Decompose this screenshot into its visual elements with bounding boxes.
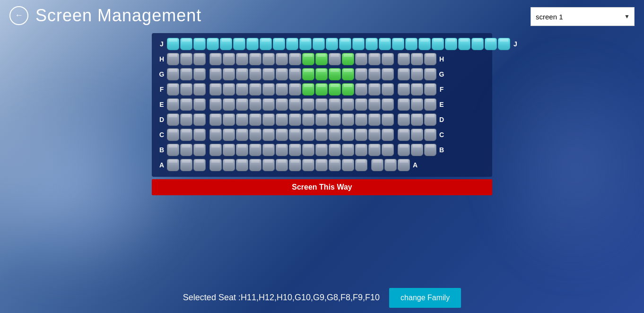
seat[interactable] bbox=[382, 144, 394, 156]
seat[interactable] bbox=[262, 144, 275, 156]
seat[interactable] bbox=[329, 98, 341, 111]
seat[interactable] bbox=[398, 159, 410, 171]
seat[interactable] bbox=[411, 53, 423, 65]
seat[interactable] bbox=[180, 159, 192, 171]
seat[interactable] bbox=[262, 113, 275, 126]
seat[interactable] bbox=[220, 38, 232, 50]
seat[interactable] bbox=[209, 68, 222, 80]
seat[interactable] bbox=[209, 98, 222, 111]
seat[interactable] bbox=[289, 159, 301, 171]
seat[interactable] bbox=[382, 53, 394, 65]
seat[interactable] bbox=[167, 113, 179, 126]
seat[interactable] bbox=[339, 38, 351, 50]
seat[interactable] bbox=[236, 113, 248, 126]
seat[interactable] bbox=[167, 144, 179, 156]
seat[interactable] bbox=[382, 83, 394, 96]
seat[interactable] bbox=[424, 53, 436, 65]
seat[interactable] bbox=[315, 144, 328, 156]
seat[interactable] bbox=[262, 159, 275, 171]
seat[interactable] bbox=[302, 83, 314, 96]
seat[interactable] bbox=[302, 113, 314, 126]
seat[interactable] bbox=[355, 129, 367, 141]
seat[interactable] bbox=[233, 38, 245, 50]
seat[interactable] bbox=[167, 159, 179, 171]
seat[interactable] bbox=[249, 144, 261, 156]
seat[interactable] bbox=[382, 98, 394, 111]
seat[interactable] bbox=[262, 129, 275, 141]
seat[interactable] bbox=[236, 68, 248, 80]
seat[interactable] bbox=[424, 129, 436, 141]
seat[interactable] bbox=[405, 38, 418, 50]
seat[interactable] bbox=[411, 129, 423, 141]
seat[interactable] bbox=[249, 83, 261, 96]
seat[interactable] bbox=[342, 159, 354, 171]
seat[interactable] bbox=[249, 129, 261, 141]
seat[interactable] bbox=[302, 129, 314, 141]
seat[interactable] bbox=[398, 83, 410, 96]
seat[interactable] bbox=[398, 129, 410, 141]
seat[interactable] bbox=[392, 38, 404, 50]
seat[interactable] bbox=[355, 113, 367, 126]
seat[interactable] bbox=[411, 98, 423, 111]
seat[interactable] bbox=[424, 144, 436, 156]
seat[interactable] bbox=[355, 144, 367, 156]
seat[interactable] bbox=[276, 159, 288, 171]
seat[interactable] bbox=[193, 129, 206, 141]
seat[interactable] bbox=[424, 83, 436, 96]
seat[interactable] bbox=[313, 38, 325, 50]
seat[interactable] bbox=[326, 38, 338, 50]
seat[interactable] bbox=[223, 83, 235, 96]
seat[interactable] bbox=[352, 38, 365, 50]
seat[interactable] bbox=[209, 113, 222, 126]
seat[interactable] bbox=[471, 38, 484, 50]
seat[interactable] bbox=[368, 129, 381, 141]
back-button[interactable]: ← bbox=[9, 6, 28, 25]
seat[interactable] bbox=[223, 98, 235, 111]
seat[interactable] bbox=[424, 98, 436, 111]
seat[interactable] bbox=[485, 38, 497, 50]
seat[interactable] bbox=[398, 68, 410, 80]
seat[interactable] bbox=[180, 113, 192, 126]
seat[interactable] bbox=[342, 83, 354, 96]
seat[interactable] bbox=[276, 83, 288, 96]
seat[interactable] bbox=[223, 68, 235, 80]
seat[interactable] bbox=[167, 38, 179, 50]
seat[interactable] bbox=[180, 38, 192, 50]
seat[interactable] bbox=[167, 68, 179, 80]
seat[interactable] bbox=[342, 129, 354, 141]
seat[interactable] bbox=[355, 83, 367, 96]
seat[interactable] bbox=[384, 159, 397, 171]
seat[interactable] bbox=[223, 53, 235, 65]
seat[interactable] bbox=[223, 113, 235, 126]
seat[interactable] bbox=[180, 68, 192, 80]
seat[interactable] bbox=[398, 144, 410, 156]
seat[interactable] bbox=[355, 53, 367, 65]
seat[interactable] bbox=[342, 144, 354, 156]
seat[interactable] bbox=[180, 83, 192, 96]
seat[interactable] bbox=[249, 113, 261, 126]
seat[interactable] bbox=[355, 98, 367, 111]
seat[interactable] bbox=[411, 68, 423, 80]
seat[interactable] bbox=[424, 113, 436, 126]
seat[interactable] bbox=[445, 38, 457, 50]
seat[interactable] bbox=[223, 144, 235, 156]
seat[interactable] bbox=[329, 113, 341, 126]
seat[interactable] bbox=[276, 129, 288, 141]
seat[interactable] bbox=[209, 159, 222, 171]
seat[interactable] bbox=[167, 129, 179, 141]
seat[interactable] bbox=[167, 83, 179, 96]
seat[interactable] bbox=[329, 68, 341, 80]
seat[interactable] bbox=[236, 83, 248, 96]
seat[interactable] bbox=[371, 159, 383, 171]
seat[interactable] bbox=[207, 38, 219, 50]
seat[interactable] bbox=[315, 53, 328, 65]
seat[interactable] bbox=[180, 53, 192, 65]
seat[interactable] bbox=[249, 159, 261, 171]
seat[interactable] bbox=[315, 68, 328, 80]
seat[interactable] bbox=[180, 98, 192, 111]
seat[interactable] bbox=[167, 98, 179, 111]
seat[interactable] bbox=[193, 113, 206, 126]
seat[interactable] bbox=[458, 38, 470, 50]
seat[interactable] bbox=[382, 68, 394, 80]
seat[interactable] bbox=[262, 53, 275, 65]
